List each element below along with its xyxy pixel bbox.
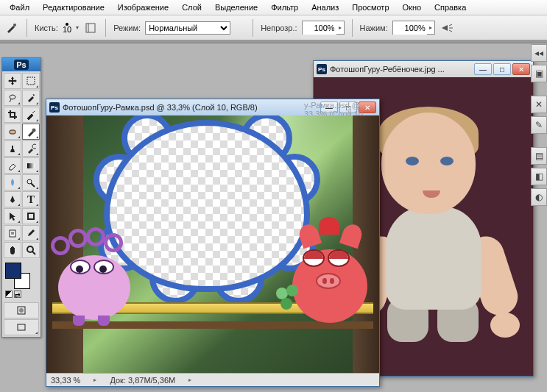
menu-filter[interactable]: Фильтр — [264, 1, 305, 14]
zoom-tool[interactable] — [22, 242, 40, 258]
menu-layer[interactable]: Слой — [175, 1, 208, 14]
quickmask-toggle[interactable] — [4, 302, 39, 318]
marquee-tool[interactable] — [22, 73, 40, 89]
wand-tool[interactable] — [22, 90, 40, 106]
color-panel-icon[interactable]: ✕ — [531, 96, 547, 113]
close-button[interactable]: ✕ — [359, 101, 376, 113]
opacity-input[interactable]: ▸ — [302, 21, 345, 35]
default-colors-icon[interactable] — [5, 291, 13, 298]
menu-window[interactable]: Окно — [396, 1, 428, 14]
flow-input[interactable]: ▸ — [392, 21, 435, 35]
notes-tool[interactable] — [4, 225, 21, 241]
menu-bar: Файл Редактирование Изображение Слой Выд… — [0, 0, 547, 15]
menu-help[interactable]: Справка — [428, 1, 473, 14]
mode-label: Режим: — [113, 24, 141, 32]
svg-line-14 — [32, 252, 35, 254]
blend-mode-select[interactable]: Нормальный — [145, 21, 230, 35]
svg-point-16 — [19, 308, 24, 313]
svg-rect-6 — [27, 163, 35, 168]
dock-expand-icon[interactable]: ◂◂ — [531, 44, 547, 62]
app-logo-icon: Ps — [14, 60, 28, 70]
document-window-frame: Ps ФотошопГуру-Рамка.psd @ 33,3% (Слой 1… — [46, 99, 380, 387]
title-baby: ФотошопГуру-Ребёночек.jpg ... — [330, 65, 471, 74]
healing-tool[interactable] — [4, 124, 21, 140]
sheep-character-illustration — [51, 233, 138, 320]
pen-tool[interactable] — [4, 191, 21, 207]
svg-rect-17 — [18, 324, 25, 330]
close-button[interactable]: ✕ — [512, 63, 530, 75]
shape-tool[interactable] — [22, 208, 40, 224]
channels-panel-icon[interactable]: ◧ — [531, 168, 547, 185]
doc-size: Док: 3,87M/5,36М — [110, 376, 175, 385]
navigator-panel-icon[interactable]: ▣ — [531, 65, 547, 82]
svg-point-5 — [32, 129, 36, 132]
menu-edit[interactable]: Редактирование — [36, 1, 111, 14]
color-swatches: ⇄ — [2, 260, 40, 301]
layers-panel-icon[interactable]: ▤ — [531, 147, 547, 165]
hand-tool[interactable] — [4, 242, 21, 258]
tool-preset-picker[interactable] — [4, 21, 19, 35]
svg-rect-9 — [28, 213, 34, 219]
type-tool[interactable]: T — [22, 191, 40, 207]
brush-preset-picker[interactable]: 10 — [63, 23, 71, 33]
paths-panel-icon[interactable]: ◐ — [531, 188, 547, 206]
maximize-button[interactable]: □ — [339, 101, 357, 113]
chevron-right-icon[interactable]: ▸ — [188, 377, 191, 383]
status-bar: 33,33 % ▸ Док: 3,87M/5,36М ▸ — [46, 373, 379, 386]
maximize-button[interactable]: □ — [493, 63, 511, 75]
menu-image[interactable]: Изображение — [111, 1, 175, 14]
right-dock: ◂◂ ▣ ✕ ✎ ▤ ◧ ◐ — [531, 44, 547, 209]
eyedropper-tool[interactable] — [22, 225, 40, 241]
brush-panel-toggle[interactable] — [83, 21, 98, 35]
svg-point-13 — [27, 246, 33, 252]
airbrush-toggle[interactable] — [440, 21, 454, 35]
document-icon: Ps — [317, 64, 327, 74]
title-frame: ФотошопГуру-Рамка.psd @ 33,3% (Слой 10, … — [63, 103, 317, 112]
foreground-color-swatch[interactable] — [5, 263, 21, 279]
svg-rect-1 — [86, 24, 95, 32]
titlebar-frame[interactable]: Ps ФотошопГуру-Рамка.psd @ 33,3% (Слой 1… — [46, 99, 379, 115]
flow-label: Нажим: — [360, 24, 388, 32]
minimize-button[interactable]: ― — [474, 63, 492, 75]
options-bar: Кисть: 10 ▾ Режим: Нормальный Непрозр.: … — [0, 15, 547, 40]
svg-line-8 — [31, 183, 35, 187]
dodge-tool[interactable] — [22, 174, 40, 190]
history-brush-tool[interactable] — [22, 140, 40, 157]
brush-label: Кисть: — [35, 24, 58, 32]
brush-size-value: 10 — [63, 26, 71, 33]
menu-select[interactable]: Выделение — [208, 1, 264, 14]
lasso-tool[interactable] — [4, 90, 21, 106]
gradient-tool[interactable] — [22, 157, 40, 174]
chevron-down-icon[interactable]: ▸ — [336, 24, 344, 31]
eraser-tool[interactable] — [4, 157, 21, 174]
titlebar-baby[interactable]: Ps ФотошопГуру-Ребёночек.jpg ... ― □ ✕ — [314, 61, 533, 77]
screenmode-toggle[interactable] — [4, 319, 39, 335]
opacity-label: Непрозр.: — [261, 24, 297, 32]
path-select-tool[interactable] — [4, 208, 21, 224]
blur-tool[interactable] — [4, 174, 21, 190]
svg-rect-3 — [27, 77, 35, 85]
minimize-button[interactable]: ― — [320, 101, 338, 113]
pig-character-illustration — [286, 227, 375, 323]
brush-tool[interactable] — [22, 124, 40, 140]
menu-analysis[interactable]: Анализ — [305, 1, 345, 14]
svg-point-0 — [13, 24, 16, 26]
stamp-tool[interactable] — [4, 140, 21, 157]
crop-tool[interactable] — [4, 107, 21, 123]
svg-rect-4 — [10, 130, 15, 134]
tools-panel: Ps T ⇄ — [1, 57, 41, 338]
canvas-frame[interactable] — [46, 115, 379, 373]
chevron-down-icon[interactable]: ▸ — [427, 24, 434, 31]
swap-colors-icon[interactable]: ⇄ — [14, 291, 21, 298]
menu-view[interactable]: Просмотр — [345, 1, 395, 14]
move-tool[interactable] — [4, 73, 21, 89]
chevron-right-icon[interactable]: ▸ — [93, 377, 96, 383]
zoom-level[interactable]: 33,33 % — [51, 376, 80, 385]
document-icon: Ps — [49, 102, 60, 113]
slice-tool[interactable] — [22, 107, 40, 123]
tools-header[interactable]: Ps — [2, 58, 40, 71]
menu-file[interactable]: Файл — [3, 1, 36, 14]
swatches-panel-icon[interactable]: ✎ — [531, 116, 547, 134]
